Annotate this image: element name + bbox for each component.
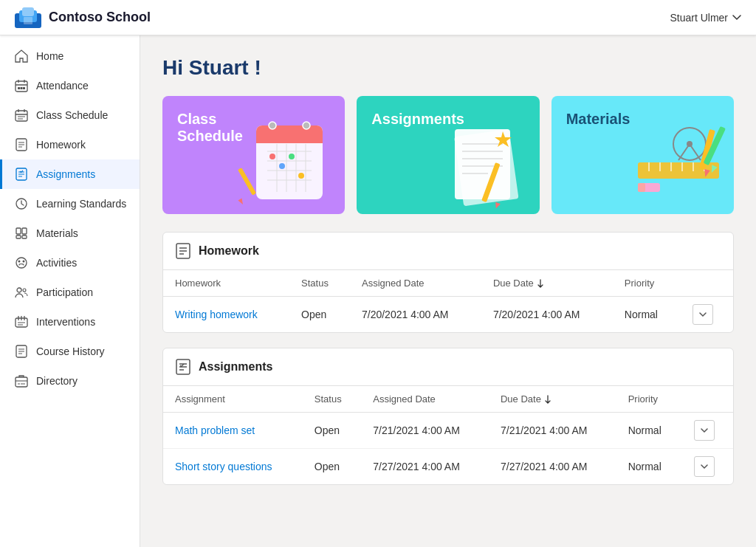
class-schedule-icon xyxy=(14,108,29,123)
homework-col-priority: Priority xyxy=(613,270,681,297)
homework-section-title: Homework xyxy=(199,244,259,258)
main-content: Hi Stuart ! Class Schedule xyxy=(140,35,756,547)
assignments-icon xyxy=(14,167,29,182)
assignments-panel: Assignments Assignment Status Assigned D… xyxy=(162,348,734,485)
svg-point-42 xyxy=(303,122,310,129)
table-row: Writing homework Open 7/20/2021 4:00 AM … xyxy=(163,297,733,333)
materials-icon xyxy=(14,226,29,241)
svg-point-19 xyxy=(17,288,21,292)
app-logo: Contoso School xyxy=(15,7,151,28)
homework-col-status: Status xyxy=(289,270,350,297)
assignment-assigned-1: 7/27/2021 4:00 AM xyxy=(361,449,489,485)
assignments-section-icon xyxy=(175,359,191,375)
sort-icon xyxy=(537,279,544,288)
svg-rect-12 xyxy=(16,228,21,234)
svg-rect-8 xyxy=(16,111,27,121)
assign-col-status: Status xyxy=(303,386,362,413)
svg-rect-69 xyxy=(638,183,645,192)
topbar: Contoso School Stuart Ulmer xyxy=(0,0,756,35)
sidebar-item-materials[interactable]: Materials xyxy=(0,219,140,248)
homework-priority-0: Normal xyxy=(613,297,681,333)
chevron-down-icon xyxy=(732,15,741,21)
greeting: Hi Stuart ! xyxy=(162,56,734,80)
sidebar-item-course-history[interactable]: Course History xyxy=(0,337,140,366)
user-name: Stuart Ulmer xyxy=(670,12,728,24)
homework-dropdown-0[interactable] xyxy=(693,304,713,325)
sidebar-label-interventions: Interventions xyxy=(36,316,95,328)
svg-rect-3 xyxy=(24,17,32,24)
assignment-due-0: 7/21/2021 4:00 AM xyxy=(489,413,616,449)
sidebar-label-materials: Materials xyxy=(36,227,78,239)
course-history-icon xyxy=(14,344,29,359)
svg-line-55 xyxy=(690,144,701,160)
assignments-table: Assignment Status Assigned Date Due Date… xyxy=(163,386,733,484)
sort-icon xyxy=(544,395,551,404)
chevron-down-icon xyxy=(701,464,708,469)
sidebar-label-class-schedule: Class Schedule xyxy=(36,109,108,121)
svg-point-16 xyxy=(16,258,27,268)
homework-col-due-date: Due Date xyxy=(481,270,613,297)
table-row: Short story questions Open 7/27/2021 4:0… xyxy=(163,449,733,485)
sidebar: Home Attendance Class Schedule Homework xyxy=(0,35,140,547)
materials-illustration xyxy=(616,111,734,214)
homework-assigned-0: 7/20/2021 4:00 AM xyxy=(350,297,481,333)
assignments-section-title: Assignments xyxy=(199,360,272,374)
homework-table: Homework Status Assigned Date Due Date P… xyxy=(163,270,733,332)
interventions-icon xyxy=(14,314,29,329)
cards-row: Class Schedule xyxy=(162,96,734,214)
homework-col-name: Homework xyxy=(163,270,289,297)
app-title: Contoso School xyxy=(49,10,151,25)
sidebar-label-directory: Directory xyxy=(36,375,78,387)
layout: Home Attendance Class Schedule Homework xyxy=(0,35,756,547)
svg-point-37 xyxy=(289,154,295,159)
assign-col-name: Assignment xyxy=(163,386,303,413)
assignment-link-1[interactable]: Short story questions xyxy=(175,461,272,472)
assign-col-assigned-date: Assigned Date xyxy=(361,386,489,413)
sidebar-item-activities[interactable]: Activities xyxy=(0,248,140,278)
svg-rect-2 xyxy=(22,7,34,16)
svg-rect-7 xyxy=(23,87,25,89)
card-class-schedule-label: Class Schedule xyxy=(177,111,281,145)
assignment-status-1: Open xyxy=(303,449,362,485)
assign-col-priority: Priority xyxy=(616,386,682,413)
svg-rect-23 xyxy=(16,377,27,387)
homework-link-0[interactable]: Writing homework xyxy=(175,309,258,320)
svg-point-36 xyxy=(279,163,285,169)
svg-rect-15 xyxy=(22,235,27,238)
sidebar-item-directory[interactable]: Directory xyxy=(0,366,140,396)
assignment-dropdown-1[interactable] xyxy=(694,456,715,477)
learning-standards-icon xyxy=(14,196,29,211)
card-assignments-label: Assignments xyxy=(371,111,464,128)
sidebar-label-home: Home xyxy=(36,50,63,62)
assignment-dropdown-0[interactable] xyxy=(694,420,715,441)
sidebar-item-home[interactable]: Home xyxy=(0,41,140,71)
homework-col-assigned-date: Assigned Date xyxy=(350,270,481,297)
sidebar-item-attendance[interactable]: Attendance xyxy=(0,71,140,100)
svg-point-20 xyxy=(23,289,26,292)
card-assignments[interactable]: Assignments xyxy=(357,96,539,214)
chevron-down-icon xyxy=(699,312,707,317)
homework-due-0: 7/20/2021 4:00 AM xyxy=(481,297,613,333)
assignments-header: Assignments xyxy=(163,348,733,386)
sidebar-label-participation: Participation xyxy=(36,286,93,298)
sidebar-item-homework[interactable]: Homework xyxy=(0,130,140,159)
assignment-link-0[interactable]: Math problem set xyxy=(175,424,255,436)
sidebar-label-assignments: Assignments xyxy=(36,168,95,180)
svg-point-35 xyxy=(269,154,275,159)
sidebar-item-assignments[interactable]: Assignments xyxy=(0,159,140,189)
sidebar-item-learning-standards[interactable]: Learning Standards xyxy=(0,189,140,219)
sidebar-item-class-schedule[interactable]: Class Schedule xyxy=(0,100,140,130)
card-class-schedule[interactable]: Class Schedule xyxy=(162,96,345,214)
directory-icon xyxy=(14,374,29,388)
assignment-assigned-0: 7/21/2021 4:00 AM xyxy=(361,413,489,449)
svg-rect-13 xyxy=(22,228,27,234)
svg-point-17 xyxy=(18,261,21,263)
sidebar-item-interventions[interactable]: Interventions xyxy=(0,307,140,337)
chevron-down-icon xyxy=(701,428,708,433)
logo-icon xyxy=(15,7,41,28)
user-menu[interactable]: Stuart Ulmer xyxy=(670,12,741,24)
sidebar-item-participation[interactable]: Participation xyxy=(0,278,140,307)
table-row: Math problem set Open 7/21/2021 4:00 AM … xyxy=(163,413,733,449)
card-materials[interactable]: Materials xyxy=(551,96,734,214)
sidebar-label-learning-standards: Learning Standards xyxy=(36,198,126,210)
